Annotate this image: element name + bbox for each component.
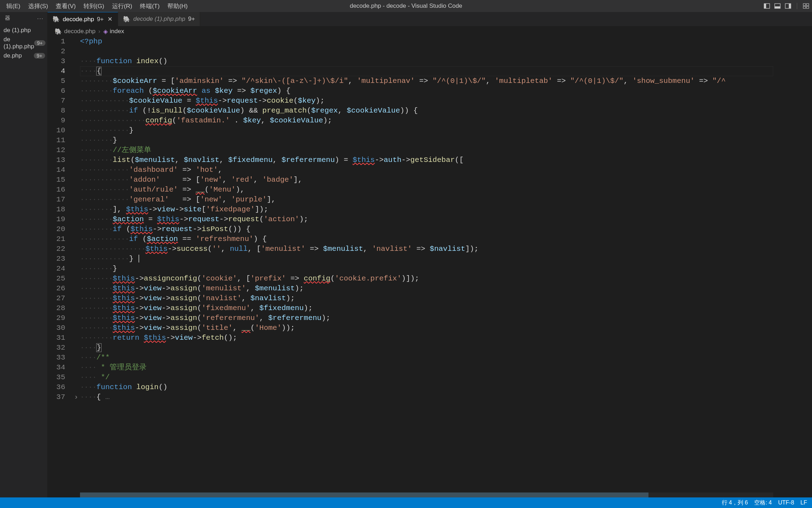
more-icon[interactable]: ··· xyxy=(37,15,44,21)
sidebar-header: 器 ··· xyxy=(0,12,47,24)
layout-customize-icon[interactable] xyxy=(803,3,809,9)
indent-spaces[interactable]: 空格: 4 xyxy=(754,499,772,507)
problems-badge: 9+ xyxy=(34,53,45,59)
scrollbar-thumb[interactable] xyxy=(80,492,648,497)
menu-edit[interactable]: 辑(E) xyxy=(3,1,24,12)
window-title: decode.php - decode - Visual Studio Code xyxy=(350,2,462,10)
code-editor[interactable]: 1234 5678 9101112 13141516 17181920 2122… xyxy=(48,37,812,497)
menu-goto[interactable]: 转到(G) xyxy=(80,1,108,12)
breadcrumb[interactable]: 🐘 decode.php › ◈ index xyxy=(48,26,812,37)
layout-bottom-icon[interactable] xyxy=(774,3,781,9)
open-editors-list: de (1).php de (1).php.php 9+ de.php 9+ xyxy=(0,24,47,60)
folding-column: › xyxy=(72,37,80,497)
editor-area: 🐘 decode.php 9+ ✕ 🐘 decode (1).php.php 9… xyxy=(48,12,812,497)
tab-decode-php[interactable]: 🐘 decode.php 9+ ✕ xyxy=(48,12,118,26)
separator xyxy=(797,3,797,9)
file-item[interactable]: de.php 9+ xyxy=(0,51,47,60)
code-content[interactable]: <?php ····function index() ····{ ·······… xyxy=(80,37,773,497)
close-icon[interactable]: ✕ xyxy=(107,16,113,23)
menu-select[interactable]: 选择(S) xyxy=(25,1,52,12)
menu-view[interactable]: 查看(V) xyxy=(52,1,79,12)
statusbar: 行 4，列 6 空格: 4 UTF-8 LF xyxy=(0,497,812,508)
sidebar: 器 ··· de (1).php de (1).php.php 9+ de.ph… xyxy=(0,12,48,497)
php-icon: 🐘 xyxy=(55,28,62,35)
horizontal-scrollbar[interactable] xyxy=(80,492,773,497)
tab-label: decode (1).php.php xyxy=(133,16,185,23)
cursor-position[interactable]: 行 4，列 6 xyxy=(722,499,748,507)
file-name: de (1).php xyxy=(4,27,31,34)
svg-rect-6 xyxy=(803,4,806,6)
svg-rect-7 xyxy=(806,4,809,6)
svg-rect-5 xyxy=(789,4,791,8)
tab-decode1-php[interactable]: 🐘 decode (1).php.php 9+ xyxy=(118,12,200,26)
problems-badge: 9+ xyxy=(34,40,45,46)
svg-rect-1 xyxy=(764,4,766,8)
file-name: de.php xyxy=(4,52,22,59)
layout-right-icon[interactable] xyxy=(785,3,791,9)
line-numbers: 1234 5678 9101112 13141516 17181920 2122… xyxy=(48,37,72,497)
breadcrumb-symbol: index xyxy=(110,28,124,35)
minimap[interactable] xyxy=(773,37,812,497)
chevron-right-icon: › xyxy=(98,28,100,35)
sidebar-header-label: 器 xyxy=(4,15,10,22)
menu-help[interactable]: 帮助(H) xyxy=(164,1,191,12)
menubar: 辑(E) 选择(S) 查看(V) 转到(G) 运行(R) 终端(T) 帮助(H)… xyxy=(0,0,812,12)
file-item[interactable]: de (1).php xyxy=(0,26,47,35)
menu-run[interactable]: 运行(R) xyxy=(109,1,136,12)
php-icon: 🐘 xyxy=(53,16,60,23)
tab-badge: 9+ xyxy=(188,16,195,23)
svg-rect-8 xyxy=(803,6,806,8)
menu-terminal[interactable]: 终端(T) xyxy=(136,1,163,12)
menu-items: 辑(E) 选择(S) 查看(V) 转到(G) 运行(R) 终端(T) 帮助(H) xyxy=(3,1,191,12)
file-item[interactable]: de (1).php.php 9+ xyxy=(0,35,47,51)
layout-left-icon[interactable] xyxy=(764,3,770,9)
eol[interactable]: LF xyxy=(800,500,807,506)
tabbar: 🐘 decode.php 9+ ✕ 🐘 decode (1).php.php 9… xyxy=(48,12,812,26)
tab-badge: 9+ xyxy=(97,16,104,23)
encoding[interactable]: UTF-8 xyxy=(778,500,794,506)
svg-rect-3 xyxy=(775,6,780,8)
title-layout-controls xyxy=(764,3,809,9)
function-icon: ◈ xyxy=(103,28,108,35)
tab-label: decode.php xyxy=(63,16,94,23)
svg-rect-9 xyxy=(806,6,809,8)
breadcrumb-file: decode.php xyxy=(64,28,96,35)
file-name: de (1).php.php xyxy=(4,36,34,50)
php-icon: 🐘 xyxy=(123,16,130,23)
